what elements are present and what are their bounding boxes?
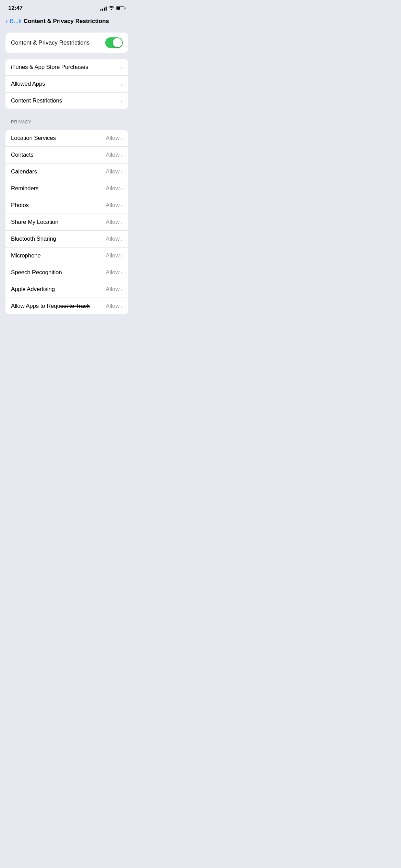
reminders-label: Reminders <box>11 185 38 192</box>
chevron-right-icon: › <box>121 98 123 104</box>
allowed-apps-label: Allowed Apps <box>11 81 45 87</box>
calendars-row[interactable]: Calendars Allow › <box>5 164 128 180</box>
speech-recognition-row[interactable]: Speech Recognition Allow › <box>5 264 128 281</box>
chevron-right-icon: › <box>121 169 123 175</box>
itunes-purchases-row[interactable]: iTunes & App Store Purchases › <box>5 59 128 76</box>
chevron-right-icon: › <box>121 203 123 208</box>
chevron-right-icon: › <box>121 303 123 309</box>
bluetooth-sharing-row[interactable]: Bluetooth Sharing Allow › <box>5 231 128 248</box>
photos-row[interactable]: Photos Allow › <box>5 197 128 214</box>
wifi-icon <box>109 5 114 11</box>
microphone-label: Microphone <box>11 252 41 259</box>
calendars-value: Allow <box>106 168 120 175</box>
reminders-value: Allow <box>106 185 120 192</box>
allow-apps-track-label: Allow Apps to Request to Track <box>11 303 89 310</box>
privacy-items-group: Location Services Allow › Contacts Allow… <box>5 130 128 314</box>
chevron-right-icon: › <box>121 152 123 158</box>
battery-icon <box>116 6 125 10</box>
chevron-right-icon: › <box>121 81 123 87</box>
share-my-location-label: Share My Location <box>11 219 58 226</box>
allow-apps-track-value: Allow <box>106 303 120 310</box>
photos-label: Photos <box>11 202 29 209</box>
location-services-label: Location Services <box>11 135 56 142</box>
bluetooth-sharing-value: Allow <box>106 236 120 242</box>
chevron-right-icon: › <box>121 287 123 292</box>
chevron-right-icon: › <box>121 64 123 70</box>
apple-advertising-row[interactable]: Apple Advertising Allow › <box>5 281 128 298</box>
photos-value: Allow <box>106 202 120 209</box>
chevron-right-icon: › <box>121 135 123 141</box>
share-my-location-row[interactable]: Share My Location Allow › <box>5 214 128 231</box>
contacts-row[interactable]: Contacts Allow › <box>5 147 128 164</box>
content-privacy-toggle-label: Content & Privacy Restrictions <box>11 39 90 46</box>
content-privacy-toggle-row[interactable]: Content & Privacy Restrictions <box>5 33 128 53</box>
toggle-knob <box>113 38 122 47</box>
navigation-bar: ‹ B...k Content & Privacy Restrictions <box>0 14 134 29</box>
status-time: 12:47 <box>8 5 23 12</box>
reminders-row[interactable]: Reminders Allow › <box>5 180 128 197</box>
microphone-row[interactable]: Microphone Allow › <box>5 248 128 264</box>
contacts-value: Allow <box>106 152 120 158</box>
primary-items-group: iTunes & App Store Purchases › Allowed A… <box>5 59 128 109</box>
bluetooth-sharing-label: Bluetooth Sharing <box>11 236 56 242</box>
calendars-label: Calendars <box>11 168 37 175</box>
status-bar: 12:47 <box>0 0 134 14</box>
itunes-purchases-label: iTunes & App Store Purchases <box>11 64 88 71</box>
signal-icon <box>100 6 107 11</box>
privacy-section-header: PRIVACY <box>0 112 134 127</box>
location-services-row[interactable]: Location Services Allow › <box>5 130 128 147</box>
chevron-right-icon: › <box>121 219 123 225</box>
speech-recognition-label: Speech Recognition <box>11 269 62 276</box>
contacts-label: Contacts <box>11 152 34 158</box>
apple-advertising-label: Apple Advertising <box>11 286 55 293</box>
content-restrictions-row[interactable]: Content Restrictions › <box>5 93 128 109</box>
speech-recognition-value: Allow <box>106 269 120 276</box>
chevron-right-icon: › <box>121 253 123 259</box>
chevron-right-icon: › <box>121 270 123 276</box>
content-restrictions-label: Content Restrictions <box>11 97 62 104</box>
location-services-value: Allow <box>106 135 120 142</box>
chevron-right-icon: › <box>121 236 123 242</box>
chevron-right-icon: › <box>121 186 123 192</box>
share-my-location-value: Allow <box>106 219 120 226</box>
content-privacy-toggle[interactable] <box>105 37 123 48</box>
page-title: Content & Privacy Restrictions <box>4 18 128 25</box>
allowed-apps-row[interactable]: Allowed Apps › <box>5 76 128 93</box>
allow-apps-track-row[interactable]: Allow Apps to Request to Track Allow › <box>5 298 128 314</box>
status-icons <box>100 5 125 11</box>
main-toggle-group: Content & Privacy Restrictions <box>5 33 128 53</box>
microphone-value: Allow <box>106 252 120 259</box>
apple-advertising-value: Allow <box>106 286 120 293</box>
